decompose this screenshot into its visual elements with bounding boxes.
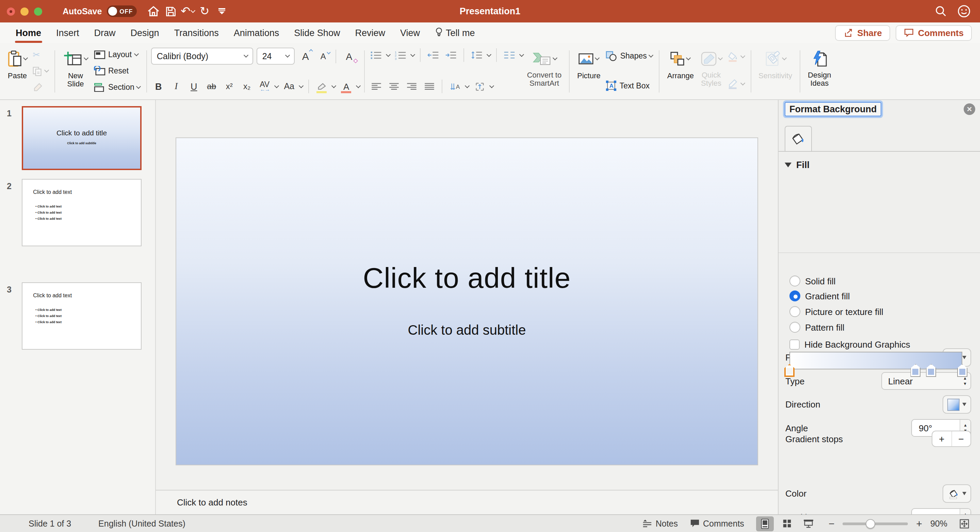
radio-selected-icon[interactable]: [789, 291, 800, 302]
tab-draw[interactable]: Draw: [87, 22, 123, 43]
new-slide-button[interactable]: New Slide: [59, 45, 92, 98]
strikethrough-button[interactable]: ab: [205, 79, 219, 94]
gradient-fill-radio[interactable]: Gradient fill: [789, 291, 850, 302]
direction-dropdown[interactable]: [943, 395, 971, 414]
shape-outline-button[interactable]: [725, 78, 746, 90]
bold-button[interactable]: B: [151, 79, 166, 94]
picture-button[interactable]: Picture: [574, 45, 604, 98]
picture-texture-fill-radio[interactable]: Picture or texture fill: [789, 306, 883, 317]
bullets-chevron-icon[interactable]: [386, 52, 391, 56]
design-ideas-button[interactable]: DesignIdeas: [804, 45, 835, 98]
tab-tell-me[interactable]: Tell me: [427, 22, 482, 43]
normal-view-button[interactable]: [756, 516, 774, 531]
justify-button[interactable]: [422, 79, 437, 94]
picture-chevron-icon[interactable]: [595, 55, 600, 60]
undo-chevron-icon[interactable]: [190, 8, 195, 13]
zoom-in-button[interactable]: +: [915, 518, 924, 529]
fit-slide-to-window-button[interactable]: [956, 516, 973, 531]
clear-formatting-button[interactable]: A: [342, 49, 356, 64]
save-icon[interactable]: [163, 4, 178, 19]
highlight-color-button[interactable]: [315, 79, 329, 94]
numbering-button[interactable]: 123: [394, 48, 408, 63]
cut-button[interactable]: ✂: [30, 48, 50, 60]
change-case-chevron-icon[interactable]: [299, 83, 304, 88]
character-spacing-chevron-icon[interactable]: [275, 83, 279, 88]
language-indicator[interactable]: English (United States): [98, 519, 185, 528]
share-button[interactable]: Share: [835, 25, 890, 40]
paste-chevron-icon[interactable]: [23, 55, 28, 60]
shape-fill-button[interactable]: [725, 50, 746, 63]
text-direction-chevron-icon[interactable]: [465, 83, 470, 88]
slide-thumbnail-2[interactable]: Click to add text Click to add text Clic…: [22, 179, 142, 246]
remove-stop-button[interactable]: −: [952, 431, 970, 446]
align-center-button[interactable]: [387, 79, 401, 94]
italic-button[interactable]: I: [169, 79, 183, 94]
slide[interactable]: Click to add title Click to add subtitle: [176, 138, 757, 465]
align-left-button[interactable]: [369, 79, 383, 94]
close-window-button[interactable]: [7, 7, 15, 15]
comments-toggle-button[interactable]: Comments: [690, 519, 744, 528]
change-case-button[interactable]: Aa: [282, 79, 296, 94]
home-icon[interactable]: [146, 4, 161, 19]
zoom-out-button[interactable]: −: [827, 518, 836, 529]
shapes-button[interactable]: Shapes: [604, 50, 655, 62]
zoom-window-button[interactable]: [34, 7, 42, 15]
autosave-toggle[interactable]: OFF: [107, 5, 137, 17]
character-spacing-button[interactable]: AV←→: [258, 79, 272, 94]
text-box-button[interactable]: A Text Box: [604, 79, 655, 92]
solid-fill-radio[interactable]: Solid fill: [789, 276, 836, 286]
radio-icon[interactable]: [789, 322, 800, 333]
redo-button[interactable]: ↻: [197, 4, 212, 19]
sensitivity-button[interactable]: Sensitivity: [755, 45, 795, 98]
align-vertical-chevron-icon[interactable]: [490, 83, 495, 88]
format-painter-button[interactable]: [30, 82, 50, 94]
highlight-chevron-icon[interactable]: [332, 83, 337, 88]
notes-pane[interactable]: Click to add notes: [156, 490, 778, 514]
layout-button[interactable]: Layout: [92, 48, 143, 60]
font-name-select[interactable]: Calibri (Body): [151, 48, 253, 65]
quick-styles-button[interactable]: QuickStyles: [697, 45, 725, 98]
tab-review[interactable]: Review: [347, 22, 393, 43]
align-text-vertical-button[interactable]: [473, 79, 487, 94]
zoom-slider-thumb[interactable]: [865, 519, 875, 528]
increase-font-size-button[interactable]: A: [298, 49, 313, 64]
copy-button[interactable]: [30, 65, 50, 77]
tab-design[interactable]: Design: [123, 22, 167, 43]
tab-view[interactable]: View: [393, 22, 427, 43]
slide-title-placeholder[interactable]: Click to add title: [176, 262, 757, 295]
slide-sorter-view-button[interactable]: [778, 516, 796, 531]
superscript-button[interactable]: x²: [222, 79, 237, 94]
font-size-select[interactable]: 24: [257, 48, 295, 65]
close-panel-button[interactable]: ✕: [964, 103, 975, 115]
bullets-button[interactable]: [369, 48, 383, 63]
color-dropdown[interactable]: [943, 484, 971, 503]
radio-icon[interactable]: [789, 276, 800, 286]
slide-thumbnail-3[interactable]: Click to add text Click to add text Clic…: [22, 282, 142, 350]
minimize-window-button[interactable]: [21, 7, 29, 15]
zoom-slider[interactable]: [843, 522, 908, 525]
font-color-chevron-icon[interactable]: [356, 83, 361, 88]
tab-transitions[interactable]: Transitions: [167, 22, 226, 43]
line-spacing-chevron-icon[interactable]: [487, 52, 492, 56]
gradient-stop-handle[interactable]: [911, 364, 921, 377]
reset-button[interactable]: Reset: [92, 65, 143, 77]
search-icon[interactable]: [935, 5, 947, 17]
decrease-indent-button[interactable]: [426, 48, 441, 63]
underline-button[interactable]: U: [187, 79, 201, 94]
paste-button[interactable]: Paste: [4, 45, 30, 98]
slide-count[interactable]: Slide 1 of 3: [29, 519, 71, 528]
notes-placeholder[interactable]: Click to add notes: [177, 497, 247, 508]
add-stop-button[interactable]: +: [932, 431, 952, 446]
fill-tab[interactable]: [785, 126, 812, 151]
convert-to-smartart-button[interactable]: Convert toSmartArt: [524, 45, 565, 98]
new-slide-chevron-icon[interactable]: [83, 55, 88, 60]
slide-subtitle-placeholder[interactable]: Click to add subtitle: [176, 322, 757, 338]
slide-thumbnail-1[interactable]: Click to add title Click to add subtitle: [22, 106, 142, 170]
smartart-chevron-icon[interactable]: [552, 55, 557, 60]
text-direction-button[interactable]: A: [448, 79, 463, 94]
tab-animations[interactable]: Animations: [226, 22, 287, 43]
add-remove-columns-button[interactable]: [503, 48, 517, 63]
radio-icon[interactable]: [789, 306, 800, 317]
undo-button[interactable]: ↶: [180, 4, 195, 19]
panel-title[interactable]: Format Background: [785, 102, 882, 116]
